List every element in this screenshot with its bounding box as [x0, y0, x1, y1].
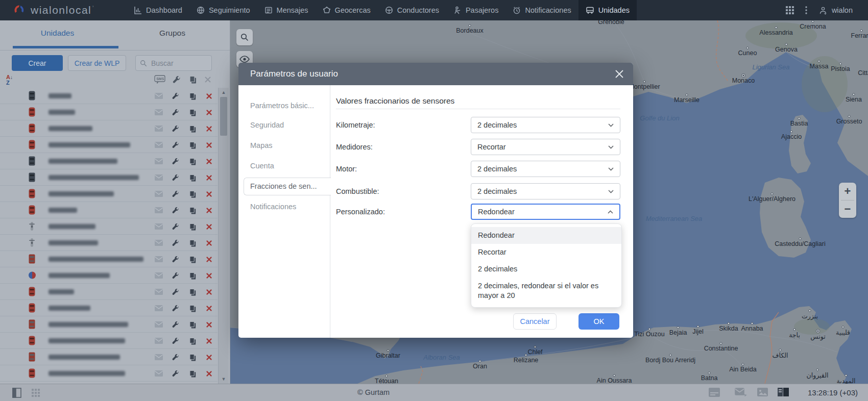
apps-grid-icon[interactable]	[786, 6, 794, 14]
wrench-icon[interactable]	[172, 190, 179, 198]
copy-icon[interactable]	[189, 223, 197, 231]
message-unit-icon[interactable]	[155, 93, 163, 99]
message-unit-icon[interactable]	[155, 338, 163, 344]
wrench-icon[interactable]	[172, 174, 179, 182]
cancel-button[interactable]: Cancelar	[513, 313, 557, 330]
collapse-panel-icon[interactable]	[12, 388, 21, 398]
settings-nav-basic[interactable]: Parámetros básic...	[238, 97, 329, 114]
wrench-icon[interactable]	[172, 239, 179, 247]
ok-button[interactable]: OK	[578, 313, 619, 330]
wrench-icon[interactable]	[172, 92, 179, 100]
nav-item-geocercas[interactable]: Geocercas	[316, 0, 378, 20]
wrench-icon[interactable]	[172, 370, 179, 378]
unit-row[interactable]	[0, 202, 218, 218]
kebab-menu-icon[interactable]	[805, 6, 807, 14]
nav-item-pasajeros[interactable]: Pasajeros	[446, 0, 505, 20]
nav-item-mensajes[interactable]: Mensajes	[257, 0, 316, 20]
unit-row[interactable]	[0, 88, 218, 104]
unit-row[interactable]	[0, 349, 218, 365]
dropdown-option-recortar[interactable]: Recortar	[471, 244, 621, 261]
wrench-icon[interactable]	[172, 305, 179, 312]
map-search-button[interactable]	[236, 29, 253, 45]
unit-row[interactable]	[0, 120, 218, 137]
scrollbar-thumb[interactable]	[220, 97, 227, 136]
unit-row[interactable]	[0, 267, 218, 284]
copy-icon[interactable]	[189, 305, 197, 313]
delete-icon[interactable]	[204, 76, 211, 83]
copy-icon[interactable]	[189, 92, 197, 101]
zoom-in-button[interactable]: +	[839, 183, 856, 200]
unit-row[interactable]	[0, 218, 218, 235]
message-unit-icon[interactable]	[155, 191, 163, 197]
nav-item-notificaciones[interactable]: Notificaciones	[505, 0, 578, 20]
unit-row[interactable]	[0, 235, 218, 251]
message-unit-icon[interactable]	[155, 305, 163, 311]
copy-icon[interactable]	[189, 207, 197, 215]
tab-grupos[interactable]: Grupos	[115, 20, 230, 46]
unit-row[interactable]	[0, 365, 218, 382]
copy-icon[interactable]	[189, 370, 197, 378]
wrench-icon[interactable]	[172, 125, 179, 133]
message-unit-icon[interactable]	[155, 126, 163, 132]
copy-icon[interactable]	[189, 174, 197, 182]
unit-row[interactable]	[0, 316, 218, 333]
settings-nav-account[interactable]: Cuenta	[238, 157, 329, 174]
delete-icon[interactable]	[206, 338, 212, 344]
unit-row[interactable]	[0, 104, 218, 120]
nav-item-dashboard[interactable]: Dashboard	[127, 0, 189, 20]
unit-row[interactable]	[0, 153, 218, 169]
image-panel-icon[interactable]	[757, 388, 768, 396]
message-unit-icon[interactable]	[155, 109, 163, 115]
copy-icon[interactable]	[189, 109, 197, 117]
settings-nav-notifications[interactable]: Notificaciones	[238, 198, 329, 215]
wrench-icon[interactable]	[172, 256, 179, 263]
user-menu[interactable]: wialon	[818, 6, 853, 15]
wrench-icon[interactable]	[172, 354, 179, 361]
wrench-icon[interactable]	[172, 158, 179, 165]
sms-icon[interactable]: SMS	[154, 75, 165, 84]
delete-icon[interactable]	[206, 223, 212, 230]
delete-icon[interactable]	[206, 354, 212, 361]
select-medidores[interactable]: Recortar	[471, 139, 620, 155]
copy-icon[interactable]	[189, 272, 197, 280]
wrench-icon[interactable]	[172, 76, 181, 84]
delete-icon[interactable]	[206, 370, 212, 377]
create-button[interactable]: Crear	[12, 55, 63, 71]
copy-icon[interactable]	[189, 76, 197, 84]
wrench-icon[interactable]	[172, 207, 179, 214]
dropdown-option-redondear[interactable]: Redondear	[471, 227, 621, 244]
wrench-icon[interactable]	[172, 223, 179, 231]
unit-row[interactable]	[0, 137, 218, 153]
wrench-icon[interactable]	[172, 272, 179, 280]
delete-icon[interactable]	[206, 191, 212, 197]
message-unit-icon[interactable]	[155, 272, 163, 279]
mail-send-icon[interactable]	[735, 388, 747, 397]
message-unit-icon[interactable]	[155, 223, 163, 230]
copy-icon[interactable]	[189, 288, 197, 296]
delete-icon[interactable]	[206, 321, 212, 328]
notice-panel-icon[interactable]	[709, 388, 720, 397]
delete-icon[interactable]	[206, 272, 212, 279]
copy-icon[interactable]	[189, 321, 197, 329]
close-icon[interactable]	[615, 69, 624, 79]
scroll-down-button[interactable]: ▼	[220, 375, 228, 383]
wrench-icon[interactable]	[172, 321, 179, 329]
nav-item-conductores[interactable]: Conductores	[378, 0, 446, 20]
search-input[interactable]	[150, 59, 203, 68]
delete-icon[interactable]	[206, 126, 212, 132]
delete-icon[interactable]	[206, 109, 212, 116]
message-unit-icon[interactable]	[155, 207, 163, 213]
select-personalizado[interactable]: Redondear	[471, 204, 620, 220]
delete-icon[interactable]	[206, 158, 212, 165]
nav-item-unidades[interactable]: Unidades	[578, 0, 637, 20]
scroll-up-button[interactable]: ▲	[220, 88, 228, 96]
copy-icon[interactable]	[189, 354, 197, 362]
delete-icon[interactable]	[206, 174, 212, 181]
layout-panel-icon[interactable]	[778, 388, 789, 396]
select-combustible[interactable]: 2 decimales	[471, 183, 620, 199]
unit-row[interactable]	[0, 169, 218, 186]
list-scrollbar[interactable]: ▲ ▼	[218, 88, 229, 384]
copy-icon[interactable]	[189, 158, 197, 166]
message-unit-icon[interactable]	[155, 289, 163, 295]
copy-icon[interactable]	[189, 125, 197, 133]
